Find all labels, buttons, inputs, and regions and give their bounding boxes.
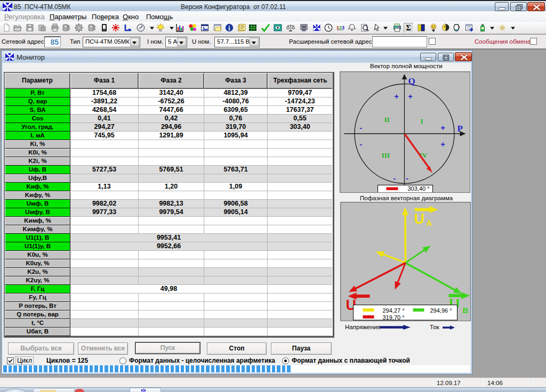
svg-text:Σ: Σ xyxy=(406,24,411,32)
svg-text:+: + xyxy=(441,140,445,149)
svg-text:+: + xyxy=(395,92,399,101)
svg-text:294,27 °: 294,27 ° xyxy=(383,307,405,314)
svg-text:I: I xyxy=(421,117,423,125)
svg-text:3: 3 xyxy=(342,25,344,30)
svg-text:+: + xyxy=(408,92,413,101)
svg-text:-: - xyxy=(360,124,363,132)
svg-text:+: + xyxy=(441,124,445,132)
svg-text:303,40 °: 303,40 ° xyxy=(408,185,430,192)
svg-text:-: - xyxy=(360,140,363,149)
svg-text:Q: Q xyxy=(408,76,415,86)
svg-text:II: II xyxy=(384,116,390,124)
svg-text:319,70 °: 319,70 ° xyxy=(383,314,405,321)
svg-text:-: - xyxy=(406,174,409,183)
svg-text:P: P xyxy=(457,124,463,134)
svg-text:294,96 °: 294,96 ° xyxy=(430,307,452,314)
svg-text:A: A xyxy=(427,218,432,227)
svg-text:-: - xyxy=(394,174,396,183)
svg-text:III: III xyxy=(382,151,390,159)
svg-text:U: U xyxy=(414,211,425,227)
svg-text:B: B xyxy=(463,306,469,315)
